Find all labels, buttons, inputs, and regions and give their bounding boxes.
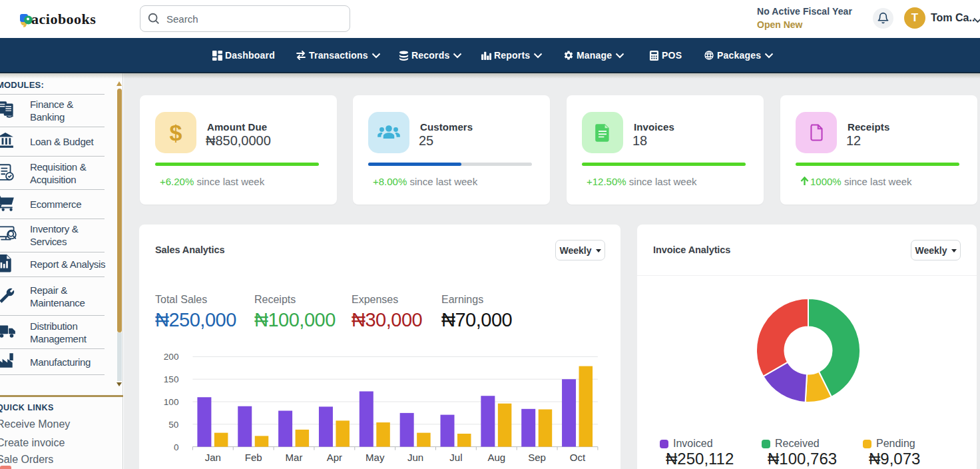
svg-text:150: 150 xyxy=(164,374,179,384)
svg-text:Jan: Jan xyxy=(205,452,221,463)
svg-text:50: 50 xyxy=(168,420,178,430)
svg-text:Mar: Mar xyxy=(286,452,303,463)
svg-text:Jun: Jun xyxy=(407,452,423,463)
svg-text:Oct: Oct xyxy=(570,452,586,463)
svg-text:Sep: Sep xyxy=(528,452,546,463)
svg-text:Feb: Feb xyxy=(245,452,262,463)
svg-text:Jul: Jul xyxy=(449,452,462,463)
svg-text:May: May xyxy=(366,452,385,463)
svg-text:Apr: Apr xyxy=(327,452,342,463)
svg-text:Aug: Aug xyxy=(487,452,505,463)
svg-text:200: 200 xyxy=(164,352,179,362)
svg-text:100: 100 xyxy=(164,397,179,407)
svg-text:0: 0 xyxy=(174,442,179,452)
